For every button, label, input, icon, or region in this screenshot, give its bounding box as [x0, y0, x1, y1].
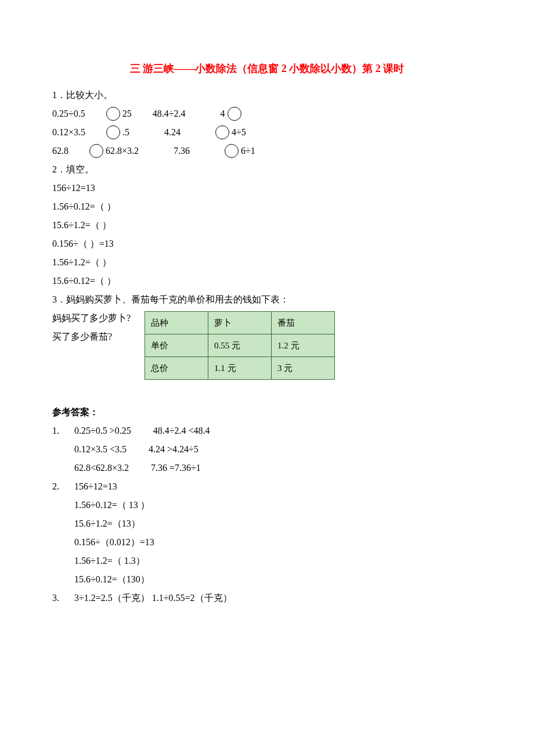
worksheet-title: 三 游三峡——小数除法（信息窗 2 小数除以小数）第 2 课时 [52, 58, 482, 79]
answer1-l3b: 7.36 =7.36÷1 [151, 459, 201, 477]
q2-heading: 2．填空。 [52, 160, 482, 179]
answer1-l1a: 0.25÷0.5 >0.25 [74, 422, 131, 440]
cell-total-label: 总价 [145, 357, 208, 380]
price-table: 品种 萝卜 番茄 单价 0.55 元 1.2 元 总价 1.1 元 3 元 [145, 311, 335, 380]
q1-r3a-left: 62.8 [52, 142, 68, 160]
q1-r3b-left: 7.36 [174, 142, 190, 160]
table-row: 单价 0.55 元 1.2 元 [145, 334, 335, 357]
cell-unitprice-label: 单价 [145, 334, 208, 357]
answer2-l5: 1.56÷1.2=（ 1.3） [74, 552, 482, 570]
q1-r2b-right: 4÷5 [232, 123, 246, 142]
answer3-text: 3÷1.2=2.5（千克） 1.1÷0.55=2（千克） [74, 589, 482, 607]
q3-ask1: 妈妈买了多少萝卜? [52, 309, 131, 327]
answer1-l2b: 4.24 >4.24÷5 [149, 440, 199, 459]
q2-line1: 156÷12=13 [52, 179, 482, 197]
answers-heading: 参考答案： [52, 403, 482, 422]
q1-r3b-right: 6÷1 [241, 142, 255, 160]
q1-heading: 1．比较大小。 [52, 86, 482, 105]
cell-radish-total: 1.1 元 [208, 357, 272, 380]
q2-line3: 15.6÷1.2=（ ） [52, 216, 482, 235]
table-row: 品种 萝卜 番茄 [145, 312, 335, 334]
q3-heading: 3．妈妈购买萝卜、番茄每千克的单价和用去的钱如下表： [52, 290, 482, 309]
cell-radish-unitprice: 0.55 元 [208, 334, 272, 357]
compare-circle-icon [106, 125, 120, 139]
compare-circle-icon [106, 107, 120, 121]
cell-radish-header: 萝卜 [208, 312, 272, 334]
cell-tomato-header: 番茄 [272, 312, 335, 334]
cell-variety-header: 品种 [145, 312, 208, 334]
q1-r1b-left: 48.4÷2.4 [153, 105, 186, 123]
compare-circle-icon [225, 144, 239, 158]
q2-line6: 15.6÷0.12=（ ） [52, 272, 482, 290]
answer1-number: 1. [52, 422, 74, 477]
q1-r1a-right: 25 [122, 105, 132, 123]
compare-circle-icon [228, 107, 241, 121]
q2-line5: 1.56÷1.2=（ ） [52, 253, 482, 272]
table-row: 总价 1.1 元 3 元 [145, 357, 335, 380]
q1-r3a-right: 62.8×3.2 [106, 142, 139, 160]
cell-tomato-total: 3 元 [272, 357, 335, 380]
q1-row2: 0.12×3.5 .5 4.24 4÷5 [52, 123, 482, 142]
compare-circle-icon [215, 125, 229, 139]
answer2-l6: 15.6÷0.12=（130） [74, 570, 482, 589]
answer1-l1b: 48.4÷2.4 <48.4 [153, 422, 210, 440]
q1-r2b-left: 4.24 [164, 123, 181, 142]
answer2-l2: 1.56÷0.12=（ 13 ） [74, 496, 482, 514]
q2-line4: 0.156÷（ ）=13 [52, 235, 482, 253]
q1-r1a-left: 0.25÷0.5 [52, 105, 85, 123]
q1-row3: 62.8 62.8×3.2 7.36 6÷1 [52, 142, 482, 160]
answer1-l3a: 62.8<62.8×3.2 [74, 459, 129, 477]
answer2-number: 2. [52, 477, 74, 589]
q2-line2: 1.56÷0.12=（ ） [52, 197, 482, 216]
q1-r1b-right: 4 [221, 105, 225, 123]
q1-r2a-right: .5 [122, 123, 129, 142]
answer1-l2a: 0.12×3.5 <3.5 [74, 440, 127, 459]
q3-ask2: 买了多少番茄? [52, 327, 131, 346]
answer2-l4: 0.156÷（0.012）=13 [74, 533, 482, 552]
compare-circle-icon [89, 144, 103, 158]
answer3-number: 3. [52, 589, 74, 607]
cell-tomato-unitprice: 1.2 元 [272, 334, 335, 357]
answer2-l3: 15.6÷1.2=（13） [74, 514, 482, 533]
q1-r2a-left: 0.12×3.5 [52, 123, 85, 142]
answer2-l1: 156÷12=13 [74, 477, 482, 496]
q1-row1: 0.25÷0.5 25 48.4÷2.4 4 [52, 105, 482, 123]
